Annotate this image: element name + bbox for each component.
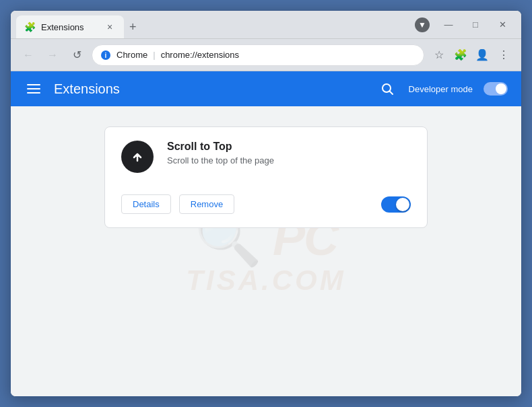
svg-line-3	[389, 91, 393, 95]
extensions-header: Extensions Developer mode	[11, 71, 521, 106]
search-icon	[380, 82, 394, 96]
reload-button[interactable]: ↺	[67, 46, 86, 65]
toolbar-icons: ☆ 🧩 👤 ⋮	[430, 46, 513, 65]
security-icon: i	[100, 50, 111, 61]
tab-close-button[interactable]: ×	[104, 21, 116, 33]
url-path: chrome://extensions	[161, 50, 239, 60]
hamburger-menu[interactable]	[24, 81, 43, 96]
minimize-button[interactable]: —	[440, 17, 457, 33]
title-bar: 🧩 Extensions × + ▼ — □ ✕	[11, 11, 521, 39]
new-tab-button[interactable]: +	[124, 15, 142, 38]
remove-button[interactable]: Remove	[179, 194, 234, 214]
extension-info: Scroll to Top Scroll to the top of the p…	[167, 141, 411, 165]
details-button[interactable]: Details	[121, 194, 171, 214]
url-separator: |	[153, 50, 155, 60]
menu-button[interactable]: ⋮	[494, 46, 513, 65]
extension-enable-toggle[interactable]	[381, 196, 411, 213]
main-content: 🔍 PC TISA.COM Scroll to Top Scroll to th…	[11, 106, 521, 396]
watermark-bottom-text: TISA.COM	[186, 264, 345, 297]
developer-mode-label: Developer mode	[409, 84, 473, 94]
close-button[interactable]: ✕	[494, 17, 510, 33]
extension-description: Scroll to the top of the page	[167, 155, 411, 165]
maximize-button[interactable]: □	[467, 17, 484, 33]
developer-mode-toggle[interactable]	[484, 82, 508, 96]
window-controls: ▼ — □ ✕	[415, 17, 516, 33]
extension-name: Scroll to Top	[167, 141, 411, 153]
bookmark-button[interactable]: ☆	[430, 46, 448, 65]
active-tab[interactable]: 🧩 Extensions ×	[16, 15, 124, 38]
forward-button[interactable]: →	[43, 46, 62, 65]
extension-card-bottom: Details Remove	[121, 194, 411, 214]
tab-title: Extensions	[41, 22, 98, 32]
extensions-search-button[interactable]	[376, 78, 398, 100]
extension-card-top: Scroll to Top Scroll to the top of the p…	[121, 141, 411, 173]
url-bar[interactable]: i Chrome | chrome://extensions	[92, 44, 424, 66]
profile-button[interactable]: 👤	[473, 46, 492, 65]
tab-extension-icon: 🧩	[24, 22, 36, 32]
address-bar: ← → ↺ i Chrome | chrome://extensions ☆ 🧩…	[11, 39, 521, 71]
browser-window: 🧩 Extensions × + ▼ — □ ✕ ← → ↺ i Chrome	[10, 10, 522, 397]
tab-bar: 🧩 Extensions × +	[16, 11, 415, 38]
scroll-to-top-arrow-icon	[128, 147, 147, 166]
extensions-page-title: Extensions	[54, 81, 366, 97]
extension-logo	[121, 141, 154, 173]
svg-text:i: i	[105, 52, 107, 59]
back-button[interactable]: ←	[19, 46, 38, 65]
extensions-toolbar-button[interactable]: 🧩	[451, 46, 470, 65]
tab-dropdown-icon[interactable]: ▼	[415, 17, 430, 32]
extension-card: Scroll to Top Scroll to the top of the p…	[104, 126, 428, 228]
url-chrome-label: Chrome	[117, 50, 147, 60]
